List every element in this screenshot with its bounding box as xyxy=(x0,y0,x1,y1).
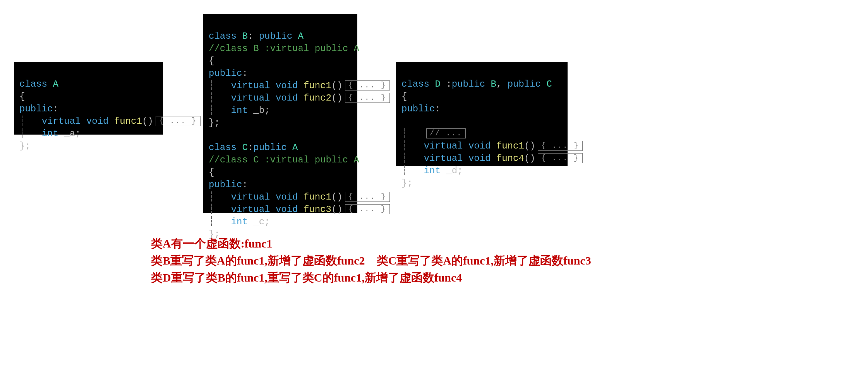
comma: , xyxy=(496,79,502,89)
keyword-int: int xyxy=(231,105,248,116)
brace-close: }; xyxy=(401,178,413,188)
fold-box[interactable]: { ... } xyxy=(345,80,390,90)
var-name: _a xyxy=(64,128,75,139)
paren: () xyxy=(331,204,343,215)
base-a: A xyxy=(298,31,303,41)
keyword-virtual: virtual xyxy=(231,204,270,215)
comment-line: //class C :virtual public A xyxy=(209,155,359,165)
code-block-class-d: class D :public B, public C { public: ┆ … xyxy=(396,62,568,166)
line: public: xyxy=(209,179,248,190)
line: { xyxy=(19,91,25,102)
code-block-class-a: class A { public: ┆ virtual void func1()… xyxy=(14,62,163,135)
line: ┆ int _a; xyxy=(19,128,81,139)
line: }; xyxy=(209,118,220,128)
keyword-virtual: virtual xyxy=(231,93,270,103)
keyword-virtual: virtual xyxy=(231,192,270,202)
keyword-void: void xyxy=(276,204,298,215)
caption-line-2: 类B重写了类A的func1,新增了虚函数func2 类C重写了类A的func1,… xyxy=(151,252,591,269)
line: public: xyxy=(19,104,58,114)
line: { xyxy=(401,91,407,102)
keyword-void: void xyxy=(468,141,491,151)
fold-box[interactable]: { ... } xyxy=(345,192,390,202)
keyword-class: class xyxy=(19,79,47,89)
func-name: func1 xyxy=(304,192,331,202)
blank-line xyxy=(401,116,407,126)
blank-line xyxy=(209,130,214,140)
keyword-int: int xyxy=(231,217,248,227)
fold-box[interactable]: { ... } xyxy=(345,204,390,214)
keyword-public: public xyxy=(401,104,435,114)
colon: : xyxy=(242,68,247,79)
keyword-void: void xyxy=(276,80,298,91)
keyword-public: public xyxy=(209,179,242,190)
base-a: A xyxy=(292,142,298,153)
keyword-int: int xyxy=(42,128,58,139)
code-block-classes-b-c: class B: public A //class B :virtual pub… xyxy=(203,14,357,213)
keyword-class: class xyxy=(209,31,237,41)
brace-close: }; xyxy=(209,118,220,128)
line: ┆ int _c; xyxy=(209,217,270,227)
base-c: C xyxy=(547,79,552,89)
fold-box[interactable]: { ... } xyxy=(538,153,583,163)
colon: : xyxy=(242,179,247,190)
keyword-public: public xyxy=(253,142,286,153)
keyword-void: void xyxy=(276,93,298,103)
keyword-public: public xyxy=(209,68,242,79)
keyword-class: class xyxy=(209,142,237,153)
keyword-public: public xyxy=(259,31,292,41)
var-name: _b xyxy=(253,105,264,116)
line: ┆ virtual void func4(){ ... } xyxy=(401,153,583,164)
keyword-virtual: virtual xyxy=(231,80,270,91)
fold-box-comment[interactable]: // ... xyxy=(426,128,466,138)
line: ┆ int _d; xyxy=(401,166,463,176)
comment-line: //class B :virtual public A xyxy=(209,43,359,54)
keyword-void: void xyxy=(86,116,109,126)
line: ┆ int _b; xyxy=(209,105,270,116)
line: class D :public B, public C xyxy=(401,79,552,89)
brace-open: { xyxy=(209,56,214,66)
line: { xyxy=(209,167,214,178)
paren: () xyxy=(331,93,343,103)
keyword-class: class xyxy=(401,79,429,89)
brace-open: { xyxy=(209,167,214,178)
var-name: _d xyxy=(446,166,457,176)
base-b: B xyxy=(491,79,496,89)
colon: : xyxy=(248,31,253,41)
func-name: func1 xyxy=(114,116,142,126)
keyword-public: public xyxy=(19,104,53,114)
line: ┆ virtual void func1(){ ... } xyxy=(401,141,583,151)
caption-line-3: 类D重写了类B的func1,重写了类C的func1,新增了虚函数func4 xyxy=(151,269,591,286)
line: class C:public A xyxy=(209,142,298,153)
line: ┆ // ... xyxy=(401,128,466,139)
keyword-public: public xyxy=(508,79,541,89)
line: public: xyxy=(401,104,441,114)
line: }; xyxy=(19,141,31,151)
brace-open: { xyxy=(401,91,407,102)
line: ┆ virtual void func1(){ ... } xyxy=(19,116,201,126)
fold-box[interactable]: { ... } xyxy=(156,116,201,126)
func-name: func3 xyxy=(304,204,331,215)
keyword-void: void xyxy=(276,192,298,202)
fold-box[interactable]: { ... } xyxy=(538,141,583,151)
line: //class B :virtual public A xyxy=(209,43,359,54)
keyword-virtual: virtual xyxy=(424,141,463,151)
brace-open: { xyxy=(19,91,25,102)
func-name: func4 xyxy=(496,153,524,164)
class-name-d: D xyxy=(435,79,440,89)
var-name: _c xyxy=(253,217,264,227)
paren: () xyxy=(331,192,343,202)
semicolon: ; xyxy=(75,128,81,139)
colon: : xyxy=(248,142,253,153)
paren: () xyxy=(331,80,343,91)
fold-box[interactable]: { ... } xyxy=(345,93,390,103)
paren: () xyxy=(524,141,535,151)
semicolon: ; xyxy=(264,217,270,227)
caption-area: 类A有一个虚函数:func1 类B重写了类A的func1,新增了虚函数func2… xyxy=(151,235,591,286)
line: ┆ virtual void func1(){ ... } xyxy=(209,80,390,91)
line: ┆ virtual void func2(){ ... } xyxy=(209,93,390,103)
semicolon: ; xyxy=(264,105,270,116)
line: //class C :virtual public A xyxy=(209,155,359,165)
line: class B: public A xyxy=(209,31,304,41)
keyword-int: int xyxy=(424,166,441,176)
keyword-virtual: virtual xyxy=(424,153,463,164)
